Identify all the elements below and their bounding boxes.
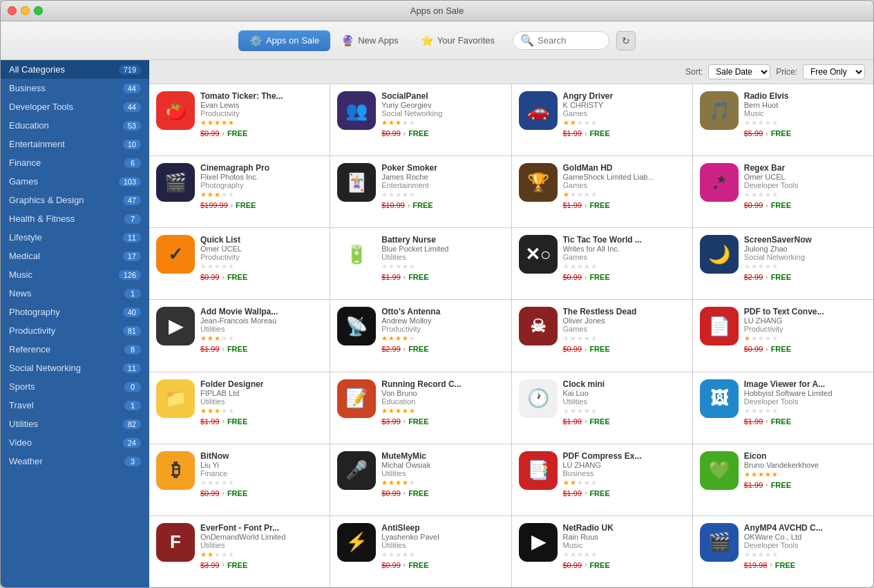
app-price: $5.99 › FREE (744, 129, 866, 137)
app-name: Tic Tac Toe World ... (563, 235, 685, 245)
sidebar-item-social-networking[interactable]: Social Networking11 (1, 359, 149, 377)
app-card[interactable]: 🚗 Angry Driver K CHRISTY Games ★★★★★ $1.… (512, 84, 692, 155)
price-old: $1.99 (563, 489, 582, 497)
app-card[interactable]: 🌙 ScreenSaverNow Jiulong Zhao Social Net… (693, 228, 873, 299)
app-stars: ★★★★★ (200, 119, 323, 126)
price-arrow: › (766, 345, 768, 353)
app-card[interactable]: 👥 SocialPanel Yuriy Georgiev Social Netw… (330, 84, 511, 155)
app-card[interactable]: 🃏 Poker Smoker James Roche Entertainment… (330, 156, 511, 227)
app-card[interactable]: ☠ The Restless Dead Oliver Jones Games ★… (512, 300, 692, 371)
tab-your-favorites[interactable]: ⭐ Your Favorites (410, 30, 506, 51)
app-cat: Games (563, 181, 685, 189)
price-free: FREE (227, 561, 247, 569)
app-price: $1.99 › FREE (563, 201, 685, 209)
sidebar-item-entertainment[interactable]: Entertainment10 (1, 135, 149, 153)
app-stars: ★★★★★ (563, 119, 685, 126)
app-icon: 📁 (156, 379, 195, 418)
sidebar-item-weather[interactable]: Weather3 (1, 452, 149, 471)
app-stars: ★★★★★ (744, 334, 866, 342)
close-button[interactable] (8, 6, 17, 15)
app-card[interactable]: ⚡ AntiSleep Lyashenko Pavel Utilities ★★… (330, 516, 511, 587)
app-card[interactable]: 🎬 Cinemagraph Pro Flixel Photos Inc. Pho… (149, 156, 330, 227)
apps-on-sale-icon: ⚙️ (249, 35, 263, 47)
price-free: FREE (408, 129, 428, 137)
price-old: $19.98 (744, 561, 768, 569)
refresh-button[interactable]: ↻ (616, 31, 636, 50)
app-card[interactable]: 📝 Running Record C... Von Bruno Educatio… (330, 372, 511, 444)
sidebar-item-news[interactable]: News1 (1, 284, 149, 303)
app-icon: 🎤 (337, 451, 376, 490)
search-box[interactable]: 🔍 (513, 31, 609, 50)
app-card[interactable]: 💚 Eicon Bruno Vandekerkhove ★★★★★ $1.99 … (693, 444, 873, 515)
app-price: $0.99 › FREE (381, 129, 504, 137)
app-stars: ★★★★★ (563, 191, 685, 198)
price-old: $0.99 (744, 201, 763, 209)
app-card[interactable]: 🎤 MuteMyMic Michal Owsiak Utilities ★★★★… (330, 444, 511, 515)
sidebar-item-music[interactable]: Music126 (1, 265, 149, 284)
app-stars: ★★★★★ (200, 407, 323, 415)
app-card[interactable]: 📄 PDF to Text Conve... LU ZHANG Producti… (693, 300, 873, 371)
sidebar-item-video[interactable]: Video24 (1, 433, 149, 452)
app-name: PDF Compress Ex... (563, 451, 685, 461)
app-card[interactable]: ₿ BitNow Liu Yi Finance ★★★★★ $0.99 › FR… (149, 444, 330, 515)
sidebar-item-utilities[interactable]: Utilities82 (1, 415, 149, 433)
price-old: $0.99 (381, 489, 401, 497)
sidebar-item-games[interactable]: Games103 (1, 172, 149, 191)
sidebar-item-medical[interactable]: Medical17 (1, 247, 149, 265)
window-title: Apps on Sale (410, 6, 464, 16)
sidebar-item-health---fitness[interactable]: Health & Fitness7 (1, 209, 149, 228)
search-input[interactable] (538, 35, 607, 46)
app-info: ScreenSaverNow Jiulong Zhao Social Netwo… (744, 235, 866, 281)
app-card[interactable]: 🖼 Image Viewer for A... Hobbyist Softwar… (693, 372, 873, 444)
sidebar-item-reference[interactable]: Reference8 (1, 340, 149, 359)
app-name: Otto's Antenna (381, 307, 504, 316)
app-card[interactable]: ✕○ Tic Tac Toe World ... Writes for All … (512, 228, 692, 299)
app-card[interactable]: 🎵 Radio Elvis Bern Huot Music ★★★★★ $5.9… (693, 84, 873, 155)
app-card[interactable]: ▶ Add Movie Wallpa... Jean-Francois More… (149, 300, 330, 371)
app-card[interactable]: F EverFont - Font Pr... OnDemandWorld Li… (149, 516, 330, 587)
app-card[interactable]: .* Regex Bar Omer UCEL Developer Tools ★… (693, 156, 873, 227)
app-icon: .* (700, 163, 739, 202)
app-card[interactable]: 🕐 Clock mini Kai Luo Utilities ★★★★★ $1.… (512, 372, 692, 444)
app-cat: Productivity (200, 109, 323, 117)
sidebar-item-developer-tools[interactable]: Developer Tools44 (1, 97, 149, 116)
sidebar-item-graphics---design[interactable]: Graphics & Design47 (1, 191, 149, 209)
app-icon: ▶ (156, 307, 195, 345)
price-free: FREE (236, 201, 256, 209)
app-card[interactable]: 🎬 AnyMP4 AVCHD C... OKWare Co., Ltd Deve… (693, 516, 873, 587)
sidebar-item-travel[interactable]: Travel1 (1, 396, 149, 415)
maximize-button[interactable] (34, 6, 43, 15)
app-info: Add Movie Wallpa... Jean-Francois Moreau… (200, 307, 323, 353)
sidebar-item-productivity[interactable]: Productivity81 (1, 321, 149, 340)
app-card[interactable]: 🍅 Tomato Ticker: The... Evan Lewis Produ… (149, 84, 330, 155)
app-card[interactable]: ✓ Quick List Omer UCEL Productivity ★★★★… (149, 228, 330, 299)
app-card[interactable]: 🏆 GoldMan HD GameShock Limited Liab... G… (512, 156, 692, 227)
app-card[interactable]: ▶ NetRadio UK Rain Ruus Music ★★★★★ $0.9… (512, 516, 692, 587)
price-select[interactable]: Free Only All Prices (803, 64, 865, 79)
price-old: $3.99 (200, 561, 220, 569)
sidebar-item-education[interactable]: Education53 (1, 116, 149, 135)
price-arrow: › (585, 274, 587, 281)
app-icon: 🎵 (700, 91, 739, 130)
tab-apps-on-sale[interactable]: ⚙️ Apps on Sale (238, 30, 330, 51)
app-card[interactable]: 📡 Otto's Antenna Andrew Molloy Productiv… (330, 300, 511, 371)
app-price: $0.99 › FREE (381, 489, 504, 497)
sidebar-item-lifestyle[interactable]: Lifestyle11 (1, 228, 149, 247)
toolbar: ⚙️ Apps on Sale 🔮 New Apps ⭐ Your Favori… (1, 21, 873, 60)
app-price: $3.99 › FREE (200, 561, 323, 569)
app-name: Image Viewer for A... (744, 379, 866, 389)
app-name: PDF to Text Conve... (744, 307, 866, 316)
sidebar-item-business[interactable]: Business44 (1, 79, 149, 97)
app-card[interactable]: 📑 PDF Compress Ex... LU ZHANG Business ★… (512, 444, 692, 515)
price-old: $1.99 (563, 201, 582, 209)
app-card[interactable]: 🔋 Battery Nurse Blue Pocket Limited Util… (330, 228, 511, 299)
app-card[interactable]: 📁 Folder Designer FIPLAB Ltd Utilities ★… (149, 372, 330, 444)
sidebar-item-finance[interactable]: Finance6 (1, 153, 149, 172)
sidebar-item-photography[interactable]: Photography40 (1, 303, 149, 321)
tab-new-apps[interactable]: 🔮 New Apps (330, 30, 410, 51)
sort-select[interactable]: Sale Date Name Price (708, 64, 770, 79)
app-price: $0.99 › FREE (744, 345, 866, 353)
minimize-button[interactable] (21, 6, 30, 15)
sidebar-item-sports[interactable]: Sports0 (1, 377, 149, 396)
sidebar-item-all-categories[interactable]: All Categories719 (1, 60, 149, 79)
